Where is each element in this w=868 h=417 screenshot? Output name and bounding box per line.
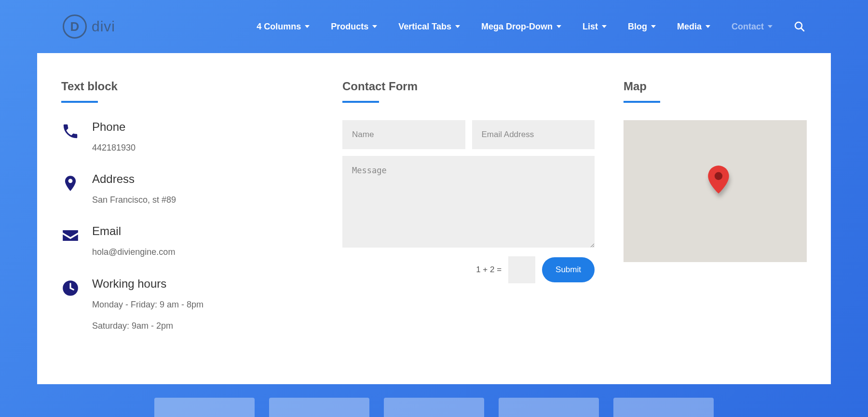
message-textarea[interactable] bbox=[342, 156, 595, 248]
nav-label: Blog bbox=[628, 22, 647, 32]
dropdown-content-card: Text block Phone 442181930 Address San F… bbox=[37, 53, 831, 384]
name-input[interactable] bbox=[342, 120, 465, 149]
address-value: San Francisco, st #89 bbox=[92, 192, 176, 208]
title-underline bbox=[624, 101, 660, 103]
bg-decoration bbox=[0, 398, 868, 417]
header: D divi 4 Columns Products Vertical Tabs … bbox=[0, 0, 868, 53]
nav-contact[interactable]: Contact bbox=[732, 22, 773, 32]
map-title: Map bbox=[624, 80, 807, 93]
nav-label: 4 Columns bbox=[257, 22, 301, 32]
title-underline bbox=[61, 101, 98, 103]
nav-label: Products bbox=[331, 22, 368, 32]
hours-line1: Monday - Friday: 9 am - 8pm bbox=[92, 296, 203, 313]
nav-blog[interactable]: Blog bbox=[628, 22, 656, 32]
phone-title: Phone bbox=[92, 120, 136, 134]
logo-d-icon: D bbox=[63, 14, 87, 39]
chevron-down-icon bbox=[305, 25, 310, 28]
logo-text: divi bbox=[92, 18, 115, 35]
title-underline bbox=[342, 101, 379, 103]
chevron-down-icon bbox=[705, 25, 710, 28]
captcha-label: 1 + 2 = bbox=[476, 265, 502, 275]
hours-line2: Saturday: 9am - 2pm bbox=[92, 318, 203, 334]
nav-label: Contact bbox=[732, 22, 764, 32]
envelope-icon bbox=[61, 226, 80, 245]
nav-mega-drop-down[interactable]: Mega Drop-Down bbox=[481, 22, 561, 32]
chevron-down-icon bbox=[768, 25, 773, 28]
email-blurb: Email hola@diviengine.com bbox=[61, 224, 313, 260]
nav-label: Vertical Tabs bbox=[398, 22, 451, 32]
phone-blurb: Phone 442181930 bbox=[61, 120, 313, 156]
chevron-down-icon bbox=[556, 25, 561, 28]
nav-media[interactable]: Media bbox=[677, 22, 710, 32]
phone-value: 442181930 bbox=[92, 139, 136, 156]
clock-icon bbox=[61, 279, 80, 297]
chevron-down-icon bbox=[651, 25, 656, 28]
hours-title: Working hours bbox=[92, 277, 203, 291]
submit-button[interactable]: Submit bbox=[542, 257, 595, 282]
chevron-down-icon bbox=[455, 25, 460, 28]
text-block-column: Text block Phone 442181930 Address San F… bbox=[61, 80, 313, 350]
chevron-down-icon bbox=[372, 25, 377, 28]
map-column: Map bbox=[624, 80, 807, 350]
svg-line-1 bbox=[801, 28, 804, 31]
svg-point-3 bbox=[715, 172, 722, 180]
address-title: Address bbox=[92, 172, 176, 186]
hours-blurb: Working hours Monday - Friday: 9 am - 8p… bbox=[61, 277, 313, 334]
nav-label: Mega Drop-Down bbox=[481, 22, 553, 32]
nav-products[interactable]: Products bbox=[331, 22, 377, 32]
main-nav: 4 Columns Products Vertical Tabs Mega Dr… bbox=[257, 21, 805, 32]
phone-icon bbox=[61, 122, 80, 140]
contact-form-column: Contact Form 1 + 2 = Submit bbox=[342, 80, 595, 350]
nav-4-columns[interactable]: 4 Columns bbox=[257, 22, 310, 32]
email-title: Email bbox=[92, 224, 175, 238]
search-icon[interactable] bbox=[794, 21, 805, 32]
email-input[interactable] bbox=[472, 120, 595, 149]
captcha-input[interactable] bbox=[508, 256, 535, 283]
nav-list[interactable]: List bbox=[583, 22, 607, 32]
chevron-down-icon bbox=[602, 25, 607, 28]
nav-label: Media bbox=[677, 22, 702, 32]
captcha-row: 1 + 2 = Submit bbox=[342, 256, 595, 283]
form-row-name-email bbox=[342, 120, 595, 149]
map-widget[interactable] bbox=[624, 120, 807, 262]
contact-form-title: Contact Form bbox=[342, 80, 595, 93]
nav-vertical-tabs[interactable]: Vertical Tabs bbox=[398, 22, 460, 32]
nav-label: List bbox=[583, 22, 598, 32]
text-block-title: Text block bbox=[61, 80, 313, 93]
address-blurb: Address San Francisco, st #89 bbox=[61, 172, 313, 208]
map-marker-icon bbox=[708, 166, 729, 194]
email-value: hola@diviengine.com bbox=[92, 244, 175, 260]
map-pin-icon bbox=[61, 174, 80, 193]
site-logo[interactable]: D divi bbox=[63, 14, 115, 39]
